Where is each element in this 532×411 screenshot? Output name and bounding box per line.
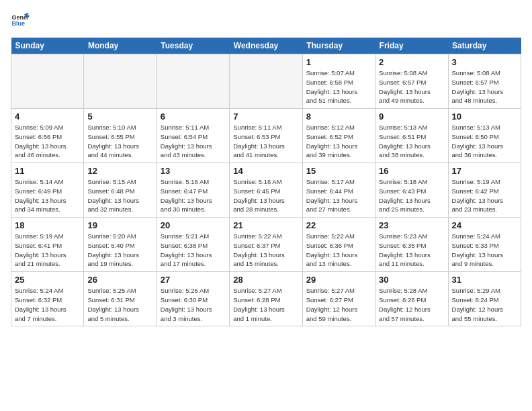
calendar-cell: 16Sunrise: 5:18 AM Sunset: 6:43 PM Dayli… — [375, 163, 448, 218]
calendar-cell: 5Sunrise: 5:10 AM Sunset: 6:55 PM Daylig… — [84, 109, 157, 163]
day-number: 7 — [233, 111, 298, 122]
day-info: Sunrise: 5:24 AM Sunset: 6:33 PM Dayligh… — [452, 232, 517, 269]
day-info: Sunrise: 5:19 AM Sunset: 6:42 PM Dayligh… — [452, 177, 517, 214]
day-info: Sunrise: 5:11 AM Sunset: 6:53 PM Dayligh… — [233, 123, 298, 160]
day-number: 22 — [306, 220, 371, 230]
weekday-header: Tuesday — [157, 38, 229, 54]
day-info: Sunrise: 5:12 AM Sunset: 6:52 PM Dayligh… — [306, 123, 371, 160]
logo-icon: General Blue — [11, 11, 30, 30]
weekday-header-row: SundayMondayTuesdayWednesdayThursdayFrid… — [11, 38, 521, 54]
day-number: 5 — [87, 111, 152, 122]
day-info: Sunrise: 5:27 AM Sunset: 6:27 PM Dayligh… — [306, 286, 371, 323]
day-info: Sunrise: 5:16 AM Sunset: 6:47 PM Dayligh… — [161, 177, 226, 214]
day-number: 23 — [379, 220, 444, 230]
day-info: Sunrise: 5:21 AM Sunset: 6:38 PM Dayligh… — [161, 232, 226, 269]
calendar-cell: 3Sunrise: 5:08 AM Sunset: 6:57 PM Daylig… — [448, 54, 521, 109]
calendar-cell: 22Sunrise: 5:22 AM Sunset: 6:36 PM Dayli… — [302, 218, 375, 272]
day-number: 6 — [161, 111, 226, 122]
calendar-cell: 24Sunrise: 5:24 AM Sunset: 6:33 PM Dayli… — [448, 218, 521, 272]
calendar-cell: 7Sunrise: 5:11 AM Sunset: 6:53 PM Daylig… — [230, 109, 302, 163]
week-row: 1Sunrise: 5:07 AM Sunset: 6:58 PM Daylig… — [11, 54, 521, 109]
calendar-cell: 21Sunrise: 5:22 AM Sunset: 6:37 PM Dayli… — [230, 218, 302, 272]
page-header: General Blue — [11, 11, 521, 30]
calendar-cell: 13Sunrise: 5:16 AM Sunset: 6:47 PM Dayli… — [157, 163, 229, 218]
day-info: Sunrise: 5:10 AM Sunset: 6:55 PM Dayligh… — [87, 123, 152, 160]
calendar-cell: 31Sunrise: 5:29 AM Sunset: 6:24 PM Dayli… — [448, 272, 521, 326]
day-info: Sunrise: 5:11 AM Sunset: 6:54 PM Dayligh… — [161, 123, 226, 160]
calendar-cell: 11Sunrise: 5:14 AM Sunset: 6:49 PM Dayli… — [11, 163, 84, 218]
day-number: 9 — [379, 111, 444, 122]
calendar-cell: 20Sunrise: 5:21 AM Sunset: 6:38 PM Dayli… — [157, 218, 229, 272]
week-row: 25Sunrise: 5:24 AM Sunset: 6:32 PM Dayli… — [11, 272, 521, 326]
calendar-cell: 23Sunrise: 5:23 AM Sunset: 6:35 PM Dayli… — [375, 218, 448, 272]
day-number: 8 — [306, 111, 371, 122]
day-info: Sunrise: 5:20 AM Sunset: 6:40 PM Dayligh… — [87, 232, 152, 269]
calendar-cell: 28Sunrise: 5:27 AM Sunset: 6:28 PM Dayli… — [230, 272, 302, 326]
day-number: 11 — [15, 166, 80, 176]
day-number: 3 — [452, 57, 517, 67]
calendar-cell: 17Sunrise: 5:19 AM Sunset: 6:42 PM Dayli… — [448, 163, 521, 218]
day-info: Sunrise: 5:08 AM Sunset: 6:57 PM Dayligh… — [379, 68, 444, 105]
day-info: Sunrise: 5:17 AM Sunset: 6:44 PM Dayligh… — [306, 177, 371, 214]
weekday-header: Thursday — [302, 38, 375, 54]
weekday-header: Sunday — [11, 38, 84, 54]
day-info: Sunrise: 5:23 AM Sunset: 6:35 PM Dayligh… — [379, 232, 444, 269]
day-number: 10 — [452, 111, 517, 122]
calendar-cell — [230, 54, 302, 109]
day-info: Sunrise: 5:25 AM Sunset: 6:31 PM Dayligh… — [87, 286, 152, 323]
day-number: 16 — [379, 166, 444, 176]
day-number: 26 — [87, 275, 152, 285]
day-info: Sunrise: 5:29 AM Sunset: 6:24 PM Dayligh… — [452, 286, 517, 323]
calendar-cell — [157, 54, 229, 109]
day-number: 28 — [233, 275, 298, 285]
calendar-cell: 4Sunrise: 5:09 AM Sunset: 6:56 PM Daylig… — [11, 109, 84, 163]
day-number: 31 — [452, 275, 517, 285]
day-number: 20 — [161, 220, 226, 230]
day-info: Sunrise: 5:19 AM Sunset: 6:41 PM Dayligh… — [15, 232, 80, 269]
day-info: Sunrise: 5:28 AM Sunset: 6:26 PM Dayligh… — [379, 286, 444, 323]
calendar-cell: 10Sunrise: 5:13 AM Sunset: 6:50 PM Dayli… — [448, 109, 521, 163]
calendar-cell: 26Sunrise: 5:25 AM Sunset: 6:31 PM Dayli… — [84, 272, 157, 326]
day-number: 29 — [306, 275, 371, 285]
day-number: 14 — [233, 166, 298, 176]
weekday-header: Wednesday — [230, 38, 302, 54]
day-number: 1 — [306, 57, 371, 67]
day-info: Sunrise: 5:15 AM Sunset: 6:48 PM Dayligh… — [87, 177, 152, 214]
calendar-cell: 2Sunrise: 5:08 AM Sunset: 6:57 PM Daylig… — [375, 54, 448, 109]
day-info: Sunrise: 5:16 AM Sunset: 6:45 PM Dayligh… — [233, 177, 298, 214]
calendar-cell: 9Sunrise: 5:13 AM Sunset: 6:51 PM Daylig… — [375, 109, 448, 163]
calendar-cell: 18Sunrise: 5:19 AM Sunset: 6:41 PM Dayli… — [11, 218, 84, 272]
day-number: 2 — [379, 57, 444, 67]
day-info: Sunrise: 5:24 AM Sunset: 6:32 PM Dayligh… — [15, 286, 80, 323]
day-number: 17 — [452, 166, 517, 176]
calendar-cell: 27Sunrise: 5:26 AM Sunset: 6:30 PM Dayli… — [157, 272, 229, 326]
week-row: 18Sunrise: 5:19 AM Sunset: 6:41 PM Dayli… — [11, 218, 521, 272]
calendar-cell: 8Sunrise: 5:12 AM Sunset: 6:52 PM Daylig… — [302, 109, 375, 163]
weekday-header: Saturday — [448, 38, 521, 54]
day-info: Sunrise: 5:07 AM Sunset: 6:58 PM Dayligh… — [306, 68, 371, 105]
day-number: 30 — [379, 275, 444, 285]
day-info: Sunrise: 5:08 AM Sunset: 6:57 PM Dayligh… — [452, 68, 517, 105]
day-number: 25 — [15, 275, 80, 285]
weekday-header: Friday — [375, 38, 448, 54]
day-info: Sunrise: 5:27 AM Sunset: 6:28 PM Dayligh… — [233, 286, 298, 323]
weekday-header: Monday — [84, 38, 157, 54]
calendar-cell: 29Sunrise: 5:27 AM Sunset: 6:27 PM Dayli… — [302, 272, 375, 326]
calendar-cell: 30Sunrise: 5:28 AM Sunset: 6:26 PM Dayli… — [375, 272, 448, 326]
day-number: 4 — [15, 111, 80, 122]
day-number: 18 — [15, 220, 80, 230]
day-info: Sunrise: 5:13 AM Sunset: 6:51 PM Dayligh… — [379, 123, 444, 160]
day-info: Sunrise: 5:18 AM Sunset: 6:43 PM Dayligh… — [379, 177, 444, 214]
calendar-cell: 15Sunrise: 5:17 AM Sunset: 6:44 PM Dayli… — [302, 163, 375, 218]
day-info: Sunrise: 5:22 AM Sunset: 6:36 PM Dayligh… — [306, 232, 371, 269]
day-number: 21 — [233, 220, 298, 230]
week-row: 4Sunrise: 5:09 AM Sunset: 6:56 PM Daylig… — [11, 109, 521, 163]
calendar-cell: 12Sunrise: 5:15 AM Sunset: 6:48 PM Dayli… — [84, 163, 157, 218]
day-number: 27 — [161, 275, 226, 285]
calendar-cell: 25Sunrise: 5:24 AM Sunset: 6:32 PM Dayli… — [11, 272, 84, 326]
calendar-cell: 14Sunrise: 5:16 AM Sunset: 6:45 PM Dayli… — [230, 163, 302, 218]
week-row: 11Sunrise: 5:14 AM Sunset: 6:49 PM Dayli… — [11, 163, 521, 218]
logo: General Blue — [11, 11, 32, 30]
day-info: Sunrise: 5:22 AM Sunset: 6:37 PM Dayligh… — [233, 232, 298, 269]
svg-text:Blue: Blue — [11, 20, 25, 27]
